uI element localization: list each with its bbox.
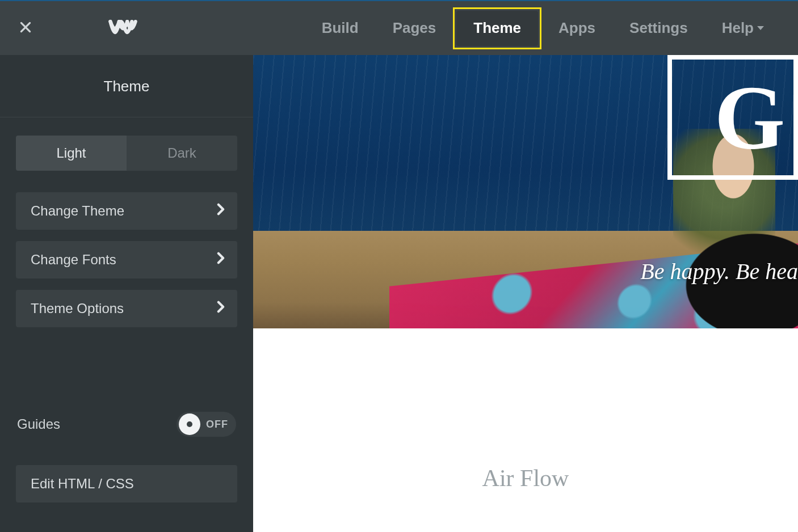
tab-help[interactable]: Help (705, 11, 781, 46)
guides-state: OFF (206, 419, 228, 430)
theme-mode-toggle: Light Dark (16, 136, 237, 171)
menu-item-label: Theme Options (31, 301, 124, 316)
guides-toggle[interactable]: OFF (177, 412, 236, 437)
sidebar-menu: Change Theme Change Fonts Theme Options (16, 192, 237, 327)
tab-theme[interactable]: Theme (456, 11, 538, 46)
top-nav: Build Pages Theme Apps Settings Help (0, 0, 798, 55)
weebly-logo-icon (108, 15, 138, 41)
edit-html-css-label: Edit HTML / CSS (31, 476, 134, 492)
content-section-title: Air Flow (253, 465, 798, 492)
close-icon (18, 20, 33, 37)
site-preview: G Be happy. Be hea Air Flow (253, 55, 798, 532)
weebly-logo[interactable] (108, 15, 138, 41)
tab-pages[interactable]: Pages (376, 11, 453, 46)
site-logo-letter: G (715, 72, 785, 163)
tab-theme-highlight: Theme (453, 7, 541, 49)
menu-change-theme[interactable]: Change Theme (16, 192, 237, 230)
hero-section: G Be happy. Be hea (253, 55, 798, 328)
edit-html-css-button[interactable]: Edit HTML / CSS (16, 465, 237, 503)
toggle-knob-icon (179, 413, 200, 435)
guides-row: Guides OFF (16, 412, 237, 437)
close-button[interactable] (17, 20, 34, 37)
sidebar-title: Theme (0, 55, 253, 117)
menu-change-fonts[interactable]: Change Fonts (16, 241, 237, 278)
menu-theme-options[interactable]: Theme Options (16, 290, 237, 327)
toggle-dark[interactable]: Dark (127, 136, 237, 171)
menu-item-label: Change Fonts (31, 252, 116, 268)
hero-tagline: Be happy. Be hea (640, 258, 798, 285)
chevron-down-icon (757, 26, 764, 30)
guides-label: Guides (17, 416, 60, 432)
chevron-right-icon (217, 301, 225, 316)
tab-settings[interactable]: Settings (612, 11, 705, 46)
tab-apps[interactable]: Apps (541, 11, 612, 46)
site-logo-box: G (667, 55, 798, 180)
tab-build[interactable]: Build (305, 11, 376, 46)
menu-item-label: Change Theme (31, 203, 124, 219)
tab-help-label: Help (722, 19, 754, 37)
nav-tabs: Build Pages Theme Apps Settings Help (305, 1, 781, 55)
chevron-right-icon (217, 252, 225, 268)
toggle-light[interactable]: Light (16, 136, 127, 171)
sidebar: Theme Light Dark Change Theme Change Fon… (0, 55, 253, 532)
chevron-right-icon (217, 203, 225, 219)
